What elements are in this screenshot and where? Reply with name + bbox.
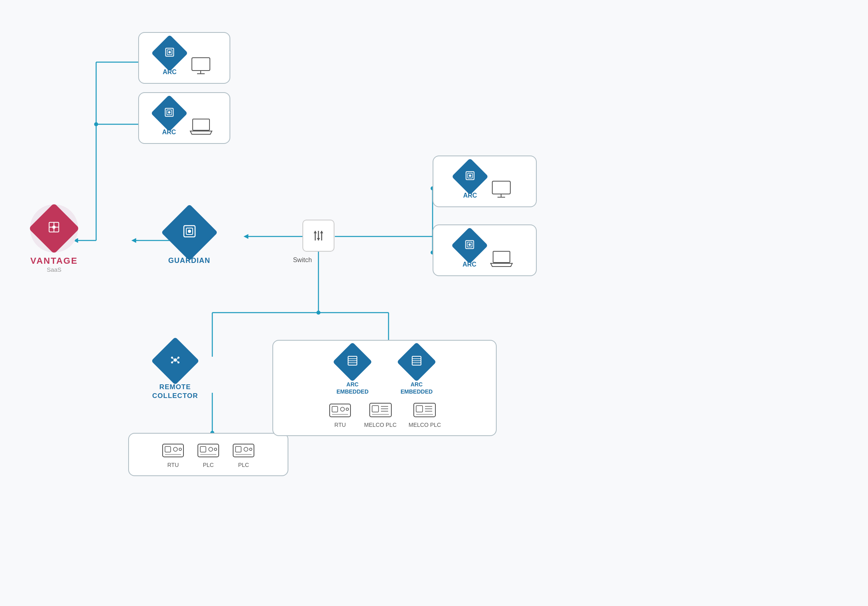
- arc-top1-icon: [164, 46, 175, 60]
- svg-point-27: [52, 226, 56, 229]
- arc-box-right1: ARC: [433, 156, 537, 207]
- rtu-plc-row: RTU PLC: [161, 441, 256, 468]
- svg-rect-67: [165, 446, 171, 452]
- arc-right2-diamond: [451, 227, 488, 264]
- svg-rect-46: [193, 119, 209, 130]
- arc-box-top1: ARC: [138, 32, 230, 84]
- vantage-sublabel: SaaS: [47, 266, 62, 273]
- svg-point-73: [209, 447, 213, 451]
- arc-top2-diamond-node: ARC: [156, 100, 182, 136]
- svg-rect-101: [416, 406, 423, 412]
- connections-layer: [0, 0, 868, 606]
- arc-embedded-rtu-label: RTU: [334, 422, 346, 428]
- svg-point-74: [214, 448, 217, 450]
- svg-point-91: [340, 407, 344, 411]
- plc2-icon: PLC: [232, 441, 256, 468]
- svg-rect-95: [372, 406, 379, 412]
- arc-box-top2: ARC: [138, 92, 230, 144]
- svg-point-78: [244, 447, 248, 451]
- arc-embedded-rtu-icon: RTU: [328, 401, 352, 428]
- svg-point-68: [173, 447, 177, 451]
- svg-point-39: [169, 51, 171, 53]
- remote-collector-label: REMOTECOLLECTOR: [152, 383, 198, 400]
- arc-embedded2-diamond: [397, 342, 437, 382]
- remote-collector-icon: [168, 353, 182, 370]
- svg-marker-8: [131, 238, 136, 243]
- arc-box-right2-row: ARC: [457, 232, 513, 268]
- svg-marker-35: [317, 238, 320, 240]
- arc-embedded-diamonds-row: ARCEMBEDDED ARCEMBEDDED: [336, 348, 433, 395]
- arc-top2-icon: [163, 107, 175, 120]
- arc-embedded-box: ARCEMBEDDED ARCEMBEDDED: [272, 340, 497, 436]
- svg-line-65: [177, 361, 178, 362]
- arc-right2-diamond-node: ARC: [457, 232, 483, 268]
- plc1-icon: PLC: [196, 441, 220, 468]
- svg-point-19: [316, 311, 320, 315]
- svg-rect-90: [332, 406, 338, 412]
- guardian-icon: [181, 223, 198, 242]
- remote-collector-diamond: [151, 337, 199, 385]
- svg-rect-77: [236, 446, 241, 452]
- switch-box: [302, 220, 334, 252]
- svg-marker-36: [320, 231, 323, 233]
- plc1-label: PLC: [203, 462, 213, 468]
- arc-right1-icon: [465, 170, 476, 184]
- remote-collector-node: REMOTECOLLECTOR: [152, 344, 198, 400]
- arc-embedded2-label: ARCEMBEDDED: [401, 381, 433, 395]
- vantage-node: VANTAGE SaaS: [30, 204, 78, 273]
- laptop-icon-top2: [189, 117, 213, 136]
- svg-point-92: [346, 408, 348, 410]
- monitor-icon-top1: [190, 57, 212, 76]
- melco-plc2-label: MELCO PLC: [409, 422, 441, 428]
- plc2-label: PLC: [238, 462, 249, 468]
- svg-marker-10: [244, 234, 248, 239]
- svg-rect-72: [200, 446, 206, 452]
- arc-embedded1-node: ARCEMBEDDED: [336, 348, 369, 395]
- svg-marker-34: [314, 231, 317, 233]
- svg-rect-100: [414, 403, 435, 417]
- monitor-icon-right1: [490, 180, 512, 199]
- arc-top2-diamond: [151, 95, 187, 132]
- arc-top1-diamond-node: ARC: [157, 40, 183, 76]
- switch-icon: [310, 228, 326, 244]
- arc-box-top1-row: ARC: [157, 40, 212, 76]
- svg-point-30: [188, 230, 191, 233]
- arc-box-right2: ARC: [433, 224, 537, 276]
- arc-right2-icon: [464, 239, 475, 252]
- svg-point-49: [469, 174, 471, 177]
- rtu-label: RTU: [167, 462, 179, 468]
- arc-embedded1-diamond: [332, 342, 372, 382]
- arc-embedded2-node: ARCEMBEDDED: [401, 348, 433, 395]
- laptop-icon-right2: [490, 250, 513, 268]
- svg-rect-50: [492, 181, 510, 194]
- svg-point-45: [168, 111, 170, 113]
- rtu-plc-box: RTU PLC: [128, 433, 288, 476]
- guardian-diamond: [161, 204, 218, 261]
- vantage-diamond: [28, 203, 79, 254]
- arc-right1-diamond-node: ARC: [457, 164, 483, 199]
- melco-plc1-label: MELCO PLC: [364, 422, 397, 428]
- arc-embedded1-icon: [346, 355, 358, 369]
- vantage-label: VANTAGE: [30, 256, 78, 266]
- vantage-bg: [30, 204, 78, 252]
- svg-point-79: [250, 448, 252, 450]
- svg-point-57: [173, 358, 177, 362]
- svg-point-69: [179, 448, 181, 450]
- svg-rect-94: [370, 403, 391, 417]
- arc-top1-diamond: [151, 35, 188, 72]
- switch-label: Switch: [293, 257, 312, 264]
- svg-point-55: [468, 243, 471, 246]
- diagram: VANTAGE SaaS GUARDIAN: [0, 0, 868, 606]
- arc-box-right1-row: ARC: [457, 164, 512, 199]
- arc-box-top2-row: ARC: [156, 100, 213, 136]
- melco-plc1-icon: MELCO PLC: [364, 401, 397, 428]
- arc-embedded2-icon: [411, 355, 423, 369]
- arc-embedded1-label: ARCEMBEDDED: [336, 381, 369, 395]
- arc-embedded-devices-row: RTU MELCO PLC: [328, 401, 441, 428]
- arc-right1-diamond: [452, 158, 489, 195]
- rtu-icon: RTU: [161, 441, 185, 468]
- svg-line-64: [172, 361, 173, 362]
- vantage-icon: [47, 220, 61, 237]
- melco-plc2-icon: MELCO PLC: [409, 401, 441, 428]
- svg-rect-56: [493, 251, 510, 263]
